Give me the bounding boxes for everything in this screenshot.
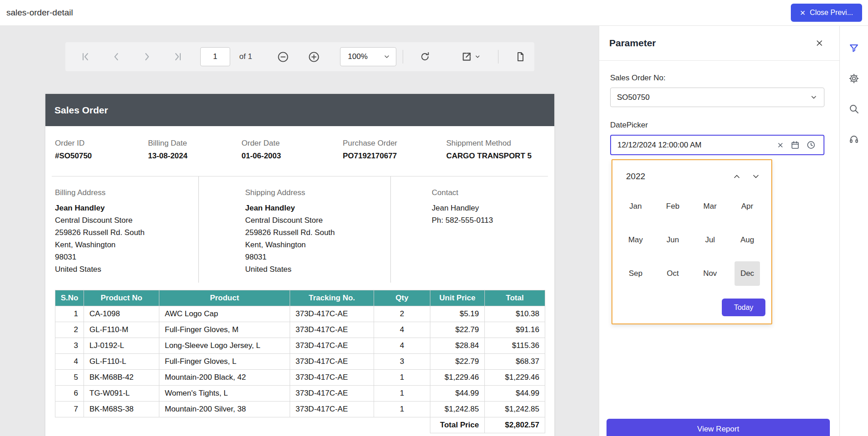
calendar-month-aug[interactable]: Aug <box>729 223 766 257</box>
datepicker-clock-button[interactable] <box>803 140 819 150</box>
table-cell: $28.84 <box>430 338 485 354</box>
view-report-button[interactable]: View Report <box>607 419 830 436</box>
close-preview-button[interactable]: × Close Previ... <box>791 4 862 22</box>
table-cell: 373D-417C-AE <box>290 306 374 322</box>
refresh-icon <box>419 51 430 62</box>
refresh-button[interactable] <box>414 46 435 67</box>
calendar-month-jan[interactable]: Jan <box>617 190 654 223</box>
table-cell: $5.19 <box>430 306 485 322</box>
calendar-month-jun[interactable]: Jun <box>654 223 691 257</box>
calendar-month-oct[interactable]: Oct <box>654 257 691 290</box>
today-button[interactable]: Today <box>722 299 765 316</box>
table-cell: TG-W091-L <box>84 386 159 402</box>
address-section: Billing Address Jean Handley Central Dis… <box>45 176 554 283</box>
support-button[interactable] <box>848 134 859 145</box>
chevron-left-icon <box>111 51 122 62</box>
zoom-in-button[interactable] <box>303 46 324 67</box>
calendar-month-mar[interactable]: Mar <box>691 190 729 223</box>
app-topbar: sales-order-detail × Close Previ... <box>0 0 868 26</box>
address-line: United States <box>245 263 390 275</box>
order-info-field: Billing Date13-08-2024 <box>148 139 242 161</box>
calendar-month-apr[interactable]: Apr <box>729 190 766 223</box>
page-count-label: of 1 <box>239 52 252 61</box>
column-header-s-no: S.No <box>55 290 84 306</box>
datepicker-clear-button[interactable] <box>774 142 787 149</box>
calendar-month-may[interactable]: May <box>617 223 654 257</box>
zoom-out-button[interactable] <box>272 46 293 67</box>
parameter-panel: Parameter Sales Order No: SO50750 DatePi… <box>599 26 839 436</box>
calendar-month-dec[interactable]: Dec <box>729 257 766 290</box>
table-row: 2GL-F110-MFull-Finger Gloves, M373D-417C… <box>55 322 545 338</box>
calendar-year-label[interactable]: 2022 <box>626 171 724 181</box>
order-info-label: Billing Date <box>148 139 242 148</box>
address-line: Jean Handley <box>432 202 554 214</box>
settings-button[interactable] <box>848 73 859 84</box>
report-page: Sales Order Order ID#SO50750Billing Date… <box>45 94 554 436</box>
table-cell: Women's Tights, L <box>159 386 290 402</box>
contact-block: Contact Jean HandleyPh: 582-555-0113 <box>390 176 554 283</box>
app-title: sales-order-detail <box>6 8 73 18</box>
shipping-address-block: Shipping Address Jean Handley Central Di… <box>198 176 390 283</box>
address-line: 98031 <box>245 251 390 263</box>
datepicker-calendar-button[interactable] <box>787 140 803 150</box>
shipping-address-lines: Central Discount Store259826 Russell Rd.… <box>245 214 390 275</box>
calendar-next-year-button[interactable] <box>750 170 762 183</box>
table-cell: 1 <box>374 370 430 386</box>
sales-order-select[interactable]: SO50750 <box>610 88 824 107</box>
calendar-month-label: Mar <box>697 194 722 219</box>
table-cell: BK-M68S-38 <box>84 402 159 417</box>
column-header-unit-price: Unit Price <box>430 290 485 306</box>
calendar-month-label: Jun <box>661 228 685 252</box>
parameter-filter-button[interactable] <box>848 43 859 54</box>
calendar-prev-year-button[interactable] <box>730 170 743 183</box>
datepicker-field <box>610 135 824 155</box>
calendar-month-jul[interactable]: Jul <box>691 223 729 257</box>
headset-icon <box>848 134 859 145</box>
table-cell: $1,242.85 <box>430 402 485 417</box>
next-page-button[interactable] <box>137 46 158 67</box>
page-number-input[interactable] <box>200 47 230 66</box>
parameter-panel-header: Parameter <box>599 26 839 61</box>
first-page-button[interactable] <box>75 46 96 67</box>
close-icon: × <box>800 8 805 17</box>
table-cell: CA-1098 <box>84 306 159 322</box>
export-button[interactable] <box>459 46 483 67</box>
order-info-value: 01-06-2003 <box>242 152 343 161</box>
table-total-row: Total Price $2,802.57 <box>55 417 545 433</box>
chevron-down-icon <box>751 172 760 181</box>
address-line: United States <box>55 263 198 275</box>
table-cell: 4 <box>374 338 430 354</box>
table-cell: 3 <box>374 354 430 370</box>
calendar-month-feb[interactable]: Feb <box>654 190 691 223</box>
calendar-month-label: Jul <box>699 228 721 252</box>
last-page-button[interactable] <box>168 46 188 67</box>
parameter-panel-close-button[interactable] <box>813 37 826 49</box>
table-cell: 2 <box>374 306 430 322</box>
table-cell: $22.79 <box>430 354 485 370</box>
search-button[interactable] <box>848 103 859 114</box>
report-title: Sales Order <box>54 105 108 116</box>
calendar-month-label: Apr <box>735 194 759 219</box>
table-cell: $1,229.46 <box>485 370 545 386</box>
table-cell: 2 <box>55 322 84 338</box>
calendar-month-sep[interactable]: Sep <box>617 257 654 290</box>
datepicker-input[interactable] <box>611 141 774 150</box>
order-info-label: Order ID <box>55 139 148 148</box>
address-line: Central Discount Store <box>55 214 198 226</box>
address-line: 98031 <box>55 251 198 263</box>
print-layout-button[interactable] <box>510 46 531 67</box>
shipping-address-name: Jean Handley <box>245 202 390 214</box>
zoom-select[interactable]: 100% <box>340 47 396 66</box>
previous-page-button[interactable] <box>106 46 127 67</box>
toolbar-separator <box>498 50 498 64</box>
table-cell: $22.79 <box>430 322 485 338</box>
chevron-right-icon <box>142 51 153 62</box>
calendar-month-label: Aug <box>735 228 760 252</box>
calendar-month-nov[interactable]: Nov <box>691 257 729 290</box>
viewer-toolbar: of 1 100% <box>65 42 534 71</box>
search-icon <box>848 103 859 114</box>
close-icon <box>815 39 824 48</box>
export-icon <box>461 51 473 63</box>
address-line: 259826 Russell Rd. South <box>55 226 198 239</box>
order-table-body: 1CA-1098AWC Logo Cap373D-417C-AE2$5.19$1… <box>55 306 545 417</box>
